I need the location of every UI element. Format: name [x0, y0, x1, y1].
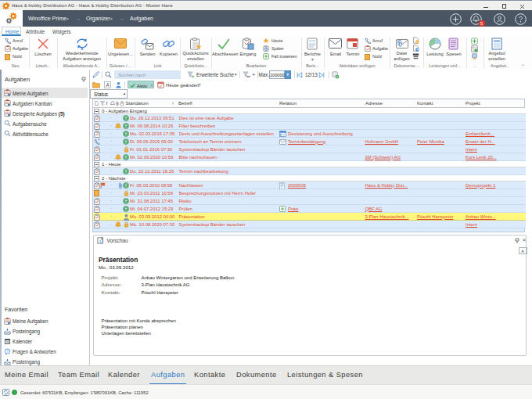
- svg-text:28: 28: [6, 340, 9, 343]
